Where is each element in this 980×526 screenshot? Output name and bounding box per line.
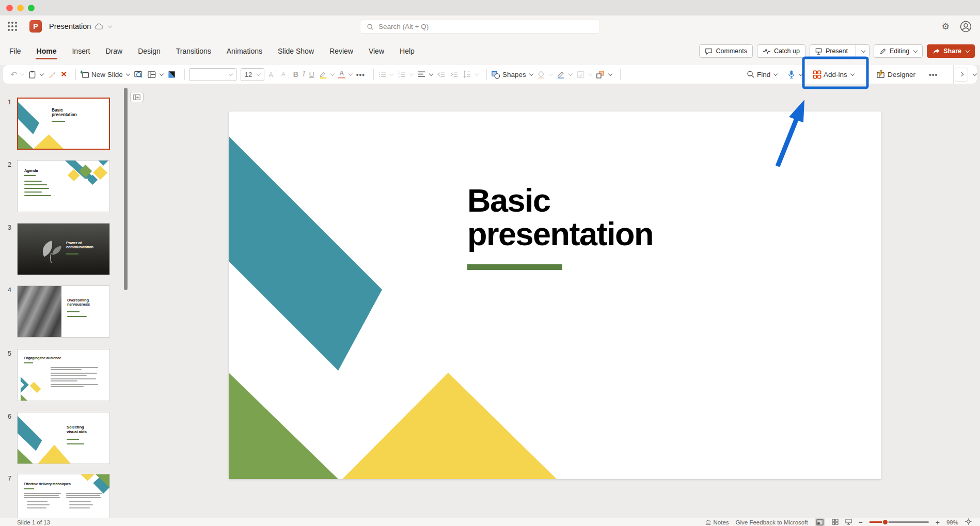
clipboard-icon bbox=[28, 70, 37, 79]
ribbon-options-chevron[interactable] bbox=[972, 65, 976, 84]
arrange-button[interactable] bbox=[596, 70, 612, 79]
paste-button[interactable] bbox=[28, 70, 43, 79]
zoom-in-button[interactable]: + bbox=[936, 518, 940, 526]
menu-view[interactable]: View bbox=[369, 47, 384, 55]
comments-button[interactable]: Comments bbox=[699, 44, 752, 58]
notes-toggle[interactable]: Notes bbox=[705, 519, 729, 525]
grid-view-icon bbox=[832, 519, 839, 525]
text-highlight-button[interactable] bbox=[319, 70, 334, 79]
shapes-button[interactable]: Shapes bbox=[491, 70, 533, 79]
search-input[interactable] bbox=[378, 23, 575, 30]
new-slide-label: New Slide bbox=[91, 71, 123, 78]
menu-file[interactable]: File bbox=[9, 47, 21, 55]
new-slide-icon bbox=[80, 70, 89, 79]
slide-thumbnail-5[interactable]: Engaging the audience bbox=[17, 349, 110, 401]
grow-font-button[interactable]: Aˆ bbox=[268, 70, 277, 79]
layout-button[interactable] bbox=[147, 70, 163, 79]
ribbon-more-button[interactable]: ••• bbox=[929, 65, 938, 84]
new-slide-button[interactable]: New Slide bbox=[80, 70, 130, 79]
document-title[interactable]: Presentation bbox=[49, 22, 112, 30]
undo-button[interactable]: ↶ bbox=[10, 70, 24, 79]
menu-transitions[interactable]: Transitions bbox=[176, 47, 211, 55]
zoom-out-button[interactable]: − bbox=[859, 518, 863, 526]
slide-thumbnail-2[interactable]: Agenda bbox=[17, 160, 110, 212]
shape-effects-button[interactable] bbox=[576, 70, 592, 79]
slide-title-text[interactable]: Basic presentation bbox=[467, 184, 679, 251]
reuse-slides-button[interactable] bbox=[134, 70, 143, 79]
menu-home[interactable]: Home bbox=[37, 47, 57, 55]
search-icon bbox=[367, 23, 374, 30]
slide-number-3: 3 bbox=[8, 224, 11, 231]
slide-canvas[interactable]: Basic presentation bbox=[229, 111, 881, 479]
minimize-window-button[interactable] bbox=[17, 5, 24, 11]
feedback-link[interactable]: Give Feedback to Microsoft bbox=[736, 519, 808, 525]
theme-button[interactable] bbox=[167, 70, 176, 79]
dictate-button[interactable] bbox=[787, 65, 802, 84]
teal-ribbon-shape bbox=[229, 136, 382, 371]
increase-indent-icon bbox=[450, 70, 459, 78]
normal-view-button[interactable] bbox=[815, 518, 825, 526]
present-dropdown[interactable] bbox=[856, 45, 869, 57]
decrease-indent-button[interactable] bbox=[437, 70, 446, 78]
increase-indent-button[interactable] bbox=[450, 70, 459, 78]
bullets-icon bbox=[378, 70, 387, 78]
menu-insert[interactable]: Insert bbox=[72, 47, 90, 55]
align-text-button[interactable] bbox=[417, 70, 433, 78]
slide-thumbnail-1[interactable]: Basic presentation bbox=[17, 98, 110, 150]
menu-help[interactable]: Help bbox=[400, 47, 415, 55]
thumbnail-scrollbar[interactable] bbox=[124, 88, 128, 290]
app-launcher-icon[interactable] bbox=[8, 22, 17, 31]
font-name-combobox[interactable] bbox=[189, 68, 236, 81]
outline-pencil-icon bbox=[557, 70, 565, 79]
line-spacing-button[interactable] bbox=[463, 70, 478, 78]
find-button[interactable]: Find bbox=[747, 65, 777, 84]
share-button[interactable]: Share bbox=[927, 44, 975, 58]
add-ins-button[interactable]: Add-ins bbox=[813, 65, 854, 84]
slideshow-icon bbox=[845, 519, 852, 525]
slide-thumbnail-7[interactable]: Effective delivery techniques bbox=[17, 474, 110, 518]
document-title-text: Presentation bbox=[49, 22, 91, 30]
zoom-slider[interactable] bbox=[870, 521, 929, 523]
bullets-button[interactable] bbox=[378, 70, 393, 78]
font-size-combobox[interactable]: 12 bbox=[241, 68, 264, 81]
menu-design[interactable]: Design bbox=[138, 47, 161, 55]
present-button-main[interactable]: Present bbox=[810, 45, 852, 57]
slide-counter: Slide 1 of 13 bbox=[17, 519, 50, 525]
underline-button[interactable]: U bbox=[309, 70, 314, 78]
settings-gear-icon[interactable]: ⚙ bbox=[942, 21, 950, 32]
slide-thumbnail-4[interactable]: Overcoming nervousness bbox=[17, 285, 110, 338]
menu-review[interactable]: Review bbox=[329, 47, 353, 55]
fill-bucket-icon bbox=[537, 70, 546, 79]
shrink-font-button[interactable]: Aˆ bbox=[281, 70, 289, 78]
search-bar[interactable] bbox=[360, 20, 600, 34]
close-window-button[interactable] bbox=[6, 5, 13, 11]
powerpoint-logo[interactable]: P bbox=[29, 20, 42, 33]
slide-graphics bbox=[229, 111, 881, 479]
slide-thumbnail-3[interactable]: Power of communication bbox=[17, 223, 110, 275]
font-color-button[interactable]: A bbox=[338, 70, 352, 79]
delete-button[interactable]: ✕ bbox=[60, 70, 67, 79]
menu-animations[interactable]: Animations bbox=[227, 47, 262, 55]
menu-slide-show[interactable]: Slide Show bbox=[278, 47, 314, 55]
format-painter-button[interactable] bbox=[48, 70, 56, 79]
ribbon-expand-button[interactable] bbox=[955, 65, 968, 84]
editing-mode-button[interactable]: Editing bbox=[874, 44, 923, 58]
shape-fill-button[interactable] bbox=[537, 70, 552, 79]
slide-thumbnail-6[interactable]: Selecting visual aids bbox=[17, 412, 110, 464]
numbering-button[interactable]: 123 bbox=[398, 70, 413, 78]
slide-sorter-view-button[interactable] bbox=[832, 519, 839, 526]
more-font-options-button[interactable]: ••• bbox=[356, 71, 365, 78]
shape-outline-button[interactable] bbox=[557, 70, 572, 79]
designer-button[interactable]: Designer bbox=[876, 65, 915, 84]
menu-draw[interactable]: Draw bbox=[105, 47, 122, 55]
zoom-window-button[interactable] bbox=[28, 5, 35, 11]
collapse-thumbnail-panel-button[interactable] bbox=[130, 92, 144, 102]
slideshow-view-button[interactable] bbox=[845, 519, 852, 526]
account-avatar-icon[interactable] bbox=[960, 21, 972, 33]
italic-button[interactable]: I bbox=[303, 70, 305, 78]
zoom-level[interactable]: 99% bbox=[946, 519, 958, 525]
zoom-slider-thumb[interactable] bbox=[882, 519, 889, 525]
catch-up-button[interactable]: Catch up bbox=[757, 44, 805, 58]
bold-button[interactable]: B bbox=[293, 70, 298, 78]
fit-to-window-button[interactable] bbox=[965, 518, 972, 526]
